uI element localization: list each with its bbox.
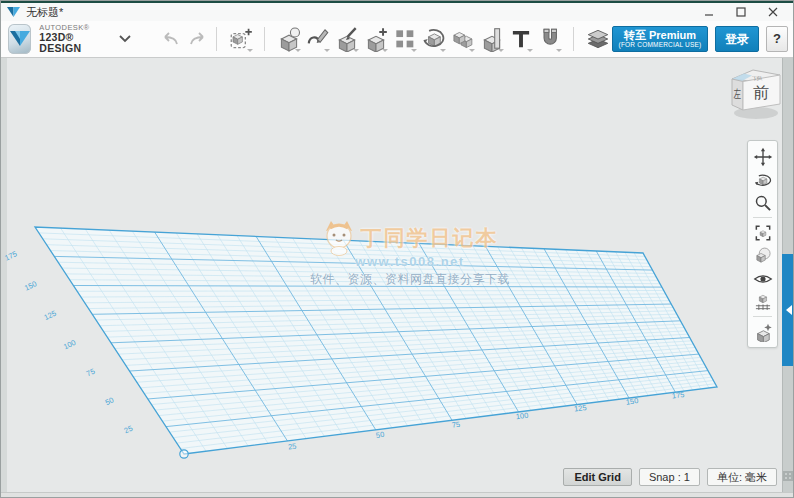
combine-icon[interactable] [450, 24, 476, 54]
help-button[interactable]: ? [766, 26, 788, 52]
toolbar-separator [216, 27, 217, 51]
app-logo-small-icon [7, 7, 20, 18]
grid-canvas[interactable]: 252550507575100100125125150150175175 [1, 58, 794, 498]
modify-icon[interactable] [363, 24, 389, 54]
view-style-icon[interactable] [749, 244, 776, 267]
window-title: 无标题* [26, 5, 63, 20]
app-menu[interactable]: AUTODESK® 123D® DESIGN [8, 24, 131, 54]
viewcube-left-label[interactable]: 左 [734, 87, 741, 100]
svg-text:150: 150 [625, 396, 639, 407]
svg-text:25: 25 [123, 424, 134, 436]
show-grid-icon[interactable] [749, 290, 776, 313]
redo-button[interactable] [189, 32, 207, 46]
main-toolbar: AUTODESK® 123D® DESIGN [1, 21, 794, 58]
orbit-icon[interactable] [749, 168, 776, 191]
pan-icon[interactable] [749, 145, 776, 168]
toolbar-separator [573, 27, 574, 51]
minimize-button[interactable] [693, 3, 725, 21]
app-logo-icon [8, 24, 31, 54]
sketch-icon[interactable] [305, 24, 331, 54]
viewport-3d[interactable]: 252550507575100100125125150150175175 [1, 58, 794, 498]
undo-button[interactable] [161, 32, 179, 46]
svg-text:50: 50 [104, 395, 115, 407]
resize-grip-icon[interactable] [783, 471, 793, 481]
fit-view-icon[interactable] [749, 221, 776, 244]
grouping-icon[interactable] [421, 24, 447, 54]
text-tool-icon[interactable] [508, 24, 534, 54]
snap-icon[interactable] [537, 24, 563, 54]
premium-label: 转至 Premium [615, 29, 705, 41]
units-field[interactable]: 单位: 毫米 [707, 468, 777, 486]
statusbar: Edit Grid Snap : 1 单位: 毫米 [563, 468, 777, 486]
brand-text: AUTODESK® 123D® DESIGN [39, 24, 101, 54]
primitives-icon[interactable] [276, 24, 302, 54]
chevron-down-icon[interactable] [119, 35, 131, 43]
brand-line2: 123D® DESIGN [39, 32, 101, 54]
pattern-icon[interactable] [392, 24, 418, 54]
svg-text:25: 25 [287, 442, 297, 452]
svg-text:75: 75 [451, 420, 461, 430]
import-part-icon[interactable] [228, 24, 254, 54]
close-button[interactable] [757, 3, 789, 21]
svg-text:125: 125 [574, 403, 588, 414]
go-premium-button[interactable]: 转至 Premium (FOR COMMERCIAL USE) [612, 26, 708, 51]
svg-text:175: 175 [671, 390, 685, 401]
viewcube-top-label[interactable]: 顶 [751, 75, 764, 81]
svg-text:75: 75 [85, 367, 96, 379]
app-window: 无标题* AUTODESK® 123 [0, 0, 794, 498]
maximize-button[interactable] [725, 3, 757, 21]
zoom-icon[interactable] [749, 191, 776, 214]
render-settings-icon[interactable] [749, 320, 776, 343]
svg-text:150: 150 [23, 279, 38, 292]
panel-separator [753, 217, 772, 218]
collapse-arrow-icon [786, 305, 792, 315]
view-cube[interactable]: 前 左 顶 [723, 60, 787, 124]
measure-icon[interactable] [479, 24, 505, 54]
viewcube-front-label[interactable]: 前 [753, 84, 769, 101]
svg-text:125: 125 [43, 309, 58, 322]
premium-sublabel: (FOR COMMERCIAL USE) [615, 41, 705, 48]
snap-field[interactable]: Snap : 1 [639, 468, 700, 486]
svg-text:50: 50 [375, 430, 385, 440]
login-button[interactable]: 登录 [715, 26, 759, 52]
visibility-eye-icon[interactable] [749, 267, 776, 290]
svg-text:175: 175 [3, 249, 18, 262]
svg-text:100: 100 [62, 338, 77, 351]
panel-separator [753, 316, 772, 317]
construct-icon[interactable] [334, 24, 360, 54]
bottom-edge-strip [1, 492, 794, 498]
edit-grid-button[interactable]: Edit Grid [563, 468, 631, 486]
material-icon[interactable] [585, 24, 611, 54]
navigation-panel [747, 140, 778, 348]
collapsed-panel-tab[interactable] [782, 254, 794, 366]
titlebar: 无标题* [1, 1, 794, 21]
svg-text:100: 100 [515, 411, 529, 422]
toolbar-separator [264, 27, 265, 51]
